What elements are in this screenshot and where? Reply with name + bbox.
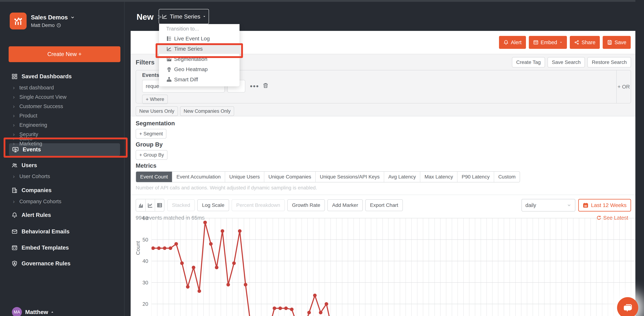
- growth-rate-button[interactable]: Growth Rate: [287, 199, 325, 211]
- view-type-button[interactable]: Time Series: [159, 9, 209, 24]
- add-where-button[interactable]: + Where: [142, 95, 168, 104]
- governance-shield-icon: [12, 261, 18, 267]
- sidebar-item-product[interactable]: ›Product: [13, 113, 38, 119]
- new-users-only-button[interactable]: New Users Only: [136, 106, 178, 116]
- create-tag-button[interactable]: Create Tag: [512, 57, 545, 67]
- add-marker-button[interactable]: Add Marker: [328, 199, 363, 211]
- metric-tab-max-latency[interactable]: Max Latency: [420, 172, 457, 182]
- dashboard-grid-icon: [12, 73, 18, 79]
- line-chart-type-button[interactable]: [145, 199, 155, 211]
- chevron-right-icon: ›: [13, 122, 15, 128]
- add-segment-button[interactable]: + Segment: [136, 129, 166, 139]
- share-button[interactable]: Share: [570, 36, 600, 49]
- chevron-right-icon: ›: [13, 113, 15, 119]
- y-axis-title: Count: [135, 241, 141, 255]
- sidebar: Sales Demos Matt Demo Create New + Saved…: [0, 2, 124, 316]
- metric-tab-custom[interactable]: Custom: [494, 172, 520, 182]
- menu-item-smart-diff[interactable]: Smart Diff: [159, 74, 240, 85]
- chevron-right-icon: ›: [13, 141, 15, 147]
- interval-select[interactable]: daily: [522, 199, 575, 212]
- y-axis-labels: 2030405060: [133, 215, 150, 316]
- menu-item-live-event-log[interactable]: Live Event Log: [159, 33, 240, 44]
- events-monitor-icon: [12, 146, 19, 153]
- clock-icon: [56, 23, 61, 28]
- bar-chart-type-button[interactable]: [136, 199, 145, 211]
- menu-item-time-series[interactable]: Time Series: [159, 44, 240, 54]
- sidebar-section-companies[interactable]: Companies: [12, 187, 52, 194]
- app-switcher[interactable]: Matt Demo: [31, 23, 75, 28]
- export-chart-button[interactable]: Export Chart: [365, 199, 403, 211]
- y-tick-label: 60: [134, 215, 148, 221]
- user-menu[interactable]: MA Matthew: [12, 307, 54, 316]
- window-top-strip: [0, 0, 644, 2]
- time-series-chart[interactable]: [152, 215, 637, 316]
- breadcrumb-new: New: [136, 12, 154, 22]
- chart-type-switcher: [136, 199, 164, 212]
- bar-chart-icon: [166, 56, 172, 62]
- sidebar-item-marketing[interactable]: ›Marketing: [13, 141, 42, 147]
- more-options-button[interactable]: •••: [250, 82, 259, 90]
- delete-filter-button[interactable]: [262, 82, 269, 90]
- sidebar-section-governance-rules[interactable]: Governance Rules: [12, 260, 70, 267]
- save-button[interactable]: Save: [603, 36, 631, 49]
- menu-item-segmentation[interactable]: Segmentation: [159, 54, 240, 64]
- bar-chart-icon: [138, 202, 144, 208]
- chart-toolbar: Stacked Log Scale Percent Breakdown Grow…: [131, 195, 636, 212]
- view-type-menu: Transition to... Live Event Log Time Ser…: [159, 24, 240, 86]
- sidebar-section-saved-dashboards[interactable]: Saved Dashboards: [12, 73, 72, 80]
- sidebar-section-users[interactable]: Users: [12, 162, 37, 169]
- sidebar-item-test-dashboard[interactable]: ›test dashboard: [13, 85, 54, 91]
- add-or-button[interactable]: + OR: [616, 70, 631, 103]
- chevron-right-icon: ›: [13, 94, 15, 100]
- metrics-title: Metrics: [136, 162, 631, 169]
- metric-tab-unique-sessions[interactable]: Unique Sessions/API Keys: [315, 172, 384, 182]
- moesif-logo-icon: [13, 16, 23, 26]
- percent-breakdown-button[interactable]: Percent Breakdown: [232, 199, 285, 211]
- metric-tab-avg-latency[interactable]: Avg Latency: [384, 172, 420, 182]
- metric-tabs: Event Count Event Accumulation Unique Us…: [136, 171, 520, 182]
- email-icon: [12, 229, 18, 235]
- sidebar-item-engineering[interactable]: ›Engineering: [13, 122, 47, 128]
- calendar-icon: [583, 202, 588, 208]
- metric-tab-event-count[interactable]: Event Count: [136, 172, 172, 182]
- chevron-down-icon: [567, 203, 572, 208]
- metric-tab-unique-companies[interactable]: Unique Companies: [264, 172, 315, 182]
- metric-tab-p90-latency[interactable]: P90 Latency: [457, 172, 494, 182]
- restore-search-button[interactable]: Restore Search: [588, 57, 631, 67]
- add-group-by-button[interactable]: + Group By: [136, 150, 168, 160]
- y-tick-label: 30: [134, 280, 148, 286]
- save-search-button[interactable]: Save Search: [548, 57, 585, 67]
- embed-window-icon: [533, 40, 538, 45]
- date-range-button[interactable]: Last 12 Weeks: [578, 199, 631, 212]
- caret-up-icon: [50, 310, 54, 314]
- group-by-title: Group By: [136, 141, 631, 148]
- sidebar-item-user-cohorts[interactable]: ›User Cohorts: [13, 173, 50, 179]
- share-icon: [574, 40, 580, 45]
- alert-button[interactable]: Alert: [499, 36, 526, 49]
- sidebar-item-company-cohorts[interactable]: ›Company Cohorts: [13, 199, 61, 205]
- embed-button[interactable]: Embed: [529, 36, 567, 49]
- moesif-logo[interactable]: [10, 12, 26, 29]
- sidebar-item-single-account-view[interactable]: ›Single Account View: [13, 94, 66, 100]
- create-new-button[interactable]: Create New +: [8, 46, 120, 62]
- section-label: Saved Dashboards: [22, 73, 72, 80]
- table-type-button[interactable]: [155, 199, 164, 211]
- chevron-right-icon: ›: [13, 103, 15, 109]
- chevron-right-icon: ›: [13, 85, 15, 91]
- map-pin-icon: [166, 66, 172, 72]
- sidebar-section-alert-rules[interactable]: Alert Rules: [12, 212, 51, 218]
- workspace-switcher[interactable]: Sales Demos: [31, 14, 75, 21]
- menu-item-geo-heatmap[interactable]: Geo Heatmap: [159, 64, 240, 74]
- new-companies-only-button[interactable]: New Companies Only: [180, 106, 234, 116]
- metric-tab-event-accumulation[interactable]: Event Accumulation: [172, 172, 225, 182]
- log-scale-button[interactable]: Log Scale: [197, 199, 229, 211]
- sidebar-section-embed-templates[interactable]: Embed Templates: [12, 245, 69, 251]
- segmentation-title: Segmentation: [136, 120, 631, 127]
- caret-down-icon: [202, 15, 206, 18]
- chevron-down-icon: [70, 15, 75, 20]
- sidebar-section-behavioral-emails[interactable]: Behavioral Emails: [12, 228, 70, 235]
- companies-building-icon: [12, 187, 18, 193]
- stacked-button[interactable]: Stacked: [167, 199, 195, 211]
- sidebar-item-customer-success[interactable]: ›Customer Success: [13, 103, 63, 109]
- metric-tab-unique-users[interactable]: Unique Users: [225, 172, 264, 182]
